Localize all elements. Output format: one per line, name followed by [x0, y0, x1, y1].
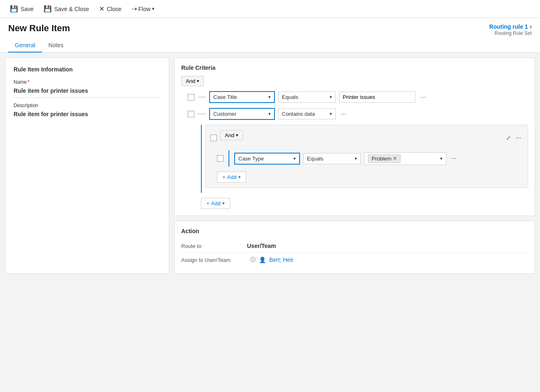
nested-add-wrapper: + Add ▾ [210, 170, 523, 183]
equals-select-1[interactable]: Equals ▾ [278, 92, 336, 103]
description-value: Rule item for printer issues [14, 109, 161, 121]
nested-group-actions: ⤢ ··· [506, 133, 523, 142]
case-type-equals-chevron: ▾ [355, 156, 357, 161]
page-title: New Rule Item [8, 23, 70, 37]
name-label: Name* [14, 79, 161, 85]
assign-row: Assign to User/Team ⓘ 👤 Bert; Heir [181, 253, 528, 267]
connector-2 [198, 114, 206, 114]
rule-criteria-box: Rule Criteria And ▾ Case Title ▾ Equals [174, 57, 535, 216]
contains-data-select[interactable]: Contains data ▾ [278, 108, 336, 119]
page-header-left: New Rule Item General Notes [8, 23, 70, 52]
user-icon: 👤 [259, 257, 266, 263]
routing-sub: Routing Rule Set [489, 30, 532, 36]
action-box: Action Route to User/Team Assign to User… [174, 221, 535, 274]
nested-group-checkbox[interactable] [210, 135, 217, 141]
close-icon: ✕ [99, 5, 104, 13]
printer-issues-input[interactable] [339, 92, 415, 103]
routing-chevron-icon: › [530, 23, 532, 30]
routing-link[interactable]: Routing rule 1 [489, 23, 528, 30]
flow-icon: ⇢ [132, 5, 137, 13]
customer-chevron: ▾ [268, 111, 271, 117]
criteria-row-2: Customer ▾ Contains data ▾ ··· [181, 108, 528, 120]
nested-add-chevron: ▾ [238, 174, 241, 180]
nested-group-header: And ▾ ⤢ ··· [210, 130, 523, 145]
contains-data-label: Contains data [282, 111, 315, 117]
nested-and-label: And [225, 132, 234, 138]
tab-notes[interactable]: Notes [42, 39, 70, 53]
row1-more-button[interactable]: ··· [419, 93, 427, 102]
and-label: And [186, 78, 195, 84]
chevron-down-icon: ▾ [152, 6, 155, 11]
problem-tag: Problem ✕ [368, 154, 401, 163]
equals-label-1: Equals [282, 94, 298, 100]
nested-group-more-button[interactable]: ··· [514, 133, 523, 142]
nested-add-button[interactable]: + Add ▾ [217, 172, 246, 183]
case-type-equals-select[interactable]: Equals ▾ [303, 153, 361, 164]
nested-row-more-button[interactable]: ··· [450, 154, 458, 163]
case-type-checkbox[interactable] [217, 155, 224, 162]
case-type-select[interactable]: Case Type ▾ [234, 153, 300, 165]
route-to-row: Route to User/Team [181, 239, 528, 253]
route-to-value: User/Team [247, 243, 276, 249]
info-icon[interactable]: ⓘ [250, 256, 256, 264]
collapse-icon[interactable]: ⤢ [506, 135, 511, 141]
flow-button[interactable]: ⇢ Flow ▾ [127, 0, 160, 18]
save-label: Save [21, 6, 34, 12]
nested-group-wrapper: And ▾ ⤢ ··· [201, 125, 528, 193]
case-title-select[interactable]: Case Title ▾ [209, 91, 275, 103]
outer-add-plus-icon: + [206, 200, 210, 206]
required-star: * [28, 79, 30, 85]
outer-add-label: Add [211, 200, 221, 206]
problem-tag-label: Problem [372, 156, 391, 162]
case-title-chevron: ▾ [268, 94, 271, 100]
nested-add-label: Add [227, 174, 237, 180]
rule-criteria-title: Rule Criteria [181, 64, 528, 71]
nested-add-plus-icon: + [222, 174, 226, 180]
row2-more-button[interactable]: ··· [339, 110, 348, 119]
save-close-button[interactable]: 💾 Save & Close [39, 0, 94, 18]
assign-label: Assign to User/Team [181, 257, 247, 263]
save-close-label: Save & Close [54, 6, 89, 12]
toolbar: 💾 Save 💾 Save & Close ✕ Close ⇢ Flow ▾ [0, 0, 540, 18]
nested-and-chevron: ▾ [236, 133, 238, 138]
nested-group: And ▾ ⤢ ··· [205, 125, 528, 188]
outer-add-button[interactable]: + Add ▾ [201, 198, 230, 209]
left-panel: Rule Item Information Name* Rule item fo… [5, 57, 169, 274]
case-title-label: Case Title [213, 94, 237, 100]
criteria-checkbox-2[interactable] [188, 111, 194, 117]
case-type-label: Case Type [238, 156, 264, 162]
and-button[interactable]: And ▾ [181, 76, 204, 86]
case-type-chevron: ▾ [293, 156, 296, 161]
connector-1 [198, 97, 206, 97]
assign-user-link[interactable]: Bert; Heir [269, 257, 293, 263]
save-button[interactable]: 💾 Save [5, 0, 39, 18]
contains-data-chevron: ▾ [330, 111, 332, 117]
action-title: Action [181, 228, 528, 234]
outer-add-wrapper: + Add ▾ [181, 196, 528, 209]
tag-close-icon[interactable]: ✕ [393, 156, 397, 161]
criteria-checkbox-1[interactable] [188, 94, 194, 101]
customer-label: Customer [213, 111, 236, 117]
and-chevron-icon: ▾ [197, 78, 199, 84]
name-value: Rule item for printer issues [14, 86, 161, 98]
criteria-row-1: Case Title ▾ Equals ▾ ··· [181, 91, 528, 103]
right-panel: Rule Criteria And ▾ Case Title ▾ Equals [174, 57, 535, 274]
case-type-equals-label: Equals [307, 156, 323, 162]
nested-criteria-row-1: Case Type ▾ Equals ▾ Problem ✕ [210, 150, 523, 167]
save-icon: 💾 [10, 5, 18, 13]
routing-info: Routing rule 1 › Routing Rule Set [489, 23, 532, 36]
tag-dropdown-chevron[interactable]: ▾ [440, 156, 443, 161]
equals-chevron-1: ▾ [330, 94, 332, 100]
page-header: New Rule Item General Notes Routing rule… [0, 18, 540, 53]
nested-and-button[interactable]: And ▾ [220, 130, 243, 140]
rule-item-information-title: Rule Item Information [14, 66, 161, 73]
customer-select[interactable]: Customer ▾ [209, 108, 275, 120]
tabs: General Notes [8, 39, 70, 52]
nested-group-left: And ▾ [210, 130, 243, 145]
tab-general[interactable]: General [8, 39, 42, 53]
close-button[interactable]: ✕ Close [94, 0, 127, 18]
nested-line [228, 150, 229, 167]
problem-tag-container: Problem ✕ ▾ [364, 152, 446, 165]
save-close-icon: 💾 [44, 5, 52, 13]
outer-add-chevron: ▾ [222, 201, 225, 206]
